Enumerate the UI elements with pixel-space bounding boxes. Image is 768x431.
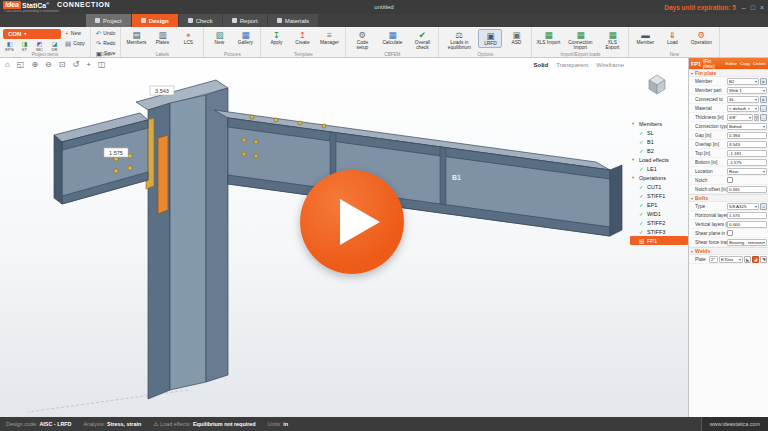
weld-size-input[interactable]: 2" [709,256,718,263]
undo-button[interactable]: ↶Undo [94,29,118,37]
delete-operation-button[interactable]: Delete [753,61,766,66]
mode-solid[interactable]: Solid [534,62,549,68]
tree-item-fp1-selected[interactable]: ▤FP1 [630,236,688,245]
stepper-down-icon[interactable]: ▾ [754,117,759,121]
connected-to-dropdown[interactable]: SL▾ [727,96,759,103]
zoom-fit-icon[interactable]: ⊡ [59,60,66,69]
overlap-input[interactable]: 3.543 [727,141,767,148]
tree-header-load-effects[interactable]: ▾Load effects [630,155,688,164]
3d-viewport[interactable]: ⌂ ◱ ⊕ ⊖ ⊡ ↺ + ◫ Solid Transparent Wirefr… [0,58,690,417]
mode-transparent[interactable]: Transparent [556,62,588,68]
section-bolts[interactable]: ▾Bolts [689,194,768,202]
thickness-combo[interactable]: 3/8"▾ [727,114,753,121]
tree-item-stiff3[interactable]: ✓STIFF3 [630,227,688,236]
close-icon[interactable]: × [760,4,764,11]
con-button[interactable]: CON▾ [3,29,61,39]
copy-project-item-button[interactable]: ▤Copy [63,39,87,47]
minimize-icon[interactable]: – [742,4,746,11]
tab-check[interactable]: Check [179,14,222,27]
connection-type-dropdown[interactable]: Bolted▾ [727,123,767,130]
mode-wireframe[interactable]: Wireframe [596,62,624,68]
dr-button[interactable]: ◪DR [48,41,61,52]
shear-force-transfer-dropdown[interactable]: Bearing - tension/shear interaction▾ [727,239,767,246]
member-dropdown[interactable]: B2▾ [727,78,759,85]
material-browse-button[interactable]: … [760,105,767,112]
lrfd-toggle[interactable]: ▣LRFD [478,29,502,48]
rotate-icon[interactable]: ↺ [73,60,80,69]
tree-header-operations[interactable]: ▾Operations [630,173,688,182]
thickness-stepper[interactable]: ▴▾ [754,114,759,121]
tab-materials[interactable]: Materials [268,14,318,27]
st-button[interactable]: ◨ST [18,41,31,52]
member-part-dropdown[interactable]: Web 1▾ [727,87,767,94]
horizontal-layers-input[interactable]: 1.575 [727,212,767,219]
home-icon[interactable]: ⌂ [5,60,10,69]
top-input[interactable]: -1.181 [727,150,767,157]
zoom-in-icon[interactable]: ⊕ [31,60,38,69]
tree-item-le1[interactable]: ✓LE1 [630,164,688,173]
redo-button[interactable]: ↷Redo [94,39,118,47]
tab-project[interactable]: Project [86,14,131,27]
tree-item-stiff1[interactable]: ✓STIFF1 [630,191,688,200]
tree-item-stiff2[interactable]: ✓STIFF2 [630,218,688,227]
editor-button[interactable]: Editor [726,61,737,66]
overall-check-button[interactable]: ✔Overall check [409,29,435,51]
eps-button[interactable]: ◧EPS [3,41,16,52]
new-project-item-button[interactable]: +New [63,29,87,37]
weld-double-fillet-icon[interactable]: ◢ [752,256,759,263]
new-picture-button[interactable]: ▧New [207,29,231,46]
vertical-layers-input[interactable]: 0.000 [727,221,767,228]
notch-checkbox[interactable] [727,177,733,183]
notch-offset-input[interactable]: 0.591 [727,186,767,193]
location-dropdown[interactable]: Rear▾ [727,168,767,175]
create-template-button[interactable]: ↥Create [290,29,314,46]
tab-report[interactable]: Report [223,14,267,27]
section-welds[interactable]: ▾Welds [689,247,768,255]
website-link[interactable]: www.ideastatica.com [701,417,768,431]
bolt-type-dropdown[interactable]: 5/8 A325▾ [727,203,759,210]
weld-butt-icon[interactable]: ◥ [760,256,767,263]
material-dropdown[interactable]: < default >▾ [727,105,759,112]
code-setup-button[interactable]: ⚙Code setup [349,29,375,51]
bolt-type-add-button[interactable]: + [760,203,767,210]
play-video-button[interactable] [300,170,404,274]
view-mode-icon[interactable]: ◫ [98,60,106,69]
xls-import-button[interactable]: ▦XLS Import [535,29,561,46]
view-cube-icon[interactable] [644,72,670,96]
tree-header-members[interactable]: ▾Members [630,119,688,128]
pan-icon[interactable]: + [86,60,91,69]
zoom-out-icon[interactable]: ⊖ [45,60,52,69]
tree-item-sl[interactable]: ✓SL [630,128,688,137]
connection-import-button[interactable]: ▦Connection Import [563,29,597,51]
goto-member-button[interactable]: ▸ [760,78,767,85]
calculate-button[interactable]: ▦Calculate [377,29,407,46]
section-fin-plate[interactable]: ▾Fin plate [689,69,768,77]
members-labels-button[interactable]: ▤Members [124,29,148,46]
bottom-input[interactable]: -1.575 [727,159,767,166]
xls-export-button[interactable]: ▦XLS Export [599,29,625,51]
template-manager-button[interactable]: ≡Manager [316,29,342,46]
apply-template-button[interactable]: ↧Apply [264,29,288,46]
electrode-dropdown[interactable]: E70xx▾ [719,256,743,263]
plates-labels-button[interactable]: ▥Plates [150,29,174,46]
tab-design[interactable]: Design [132,14,178,27]
tree-item-cut1[interactable]: ✓CUT1 [630,182,688,191]
thickness-browse-button[interactable]: … [760,114,767,121]
weld-fillet-icon[interactable]: ◣ [744,256,751,263]
new-operation-button[interactable]: ⚙Operation [686,29,716,46]
gap-input[interactable]: 0.394 [727,132,767,139]
lcs-button[interactable]: ⌖LCS [176,29,200,46]
asd-toggle[interactable]: ▣ASD [504,29,528,46]
gallery-button[interactable]: ▦Gallery [233,29,257,46]
maximize-icon[interactable]: □ [751,4,755,11]
copy-operation-button[interactable]: Copy [740,61,750,66]
tree-item-b2[interactable]: ✓B2 [630,146,688,155]
tree-item-b1[interactable]: ✓B1 [630,137,688,146]
goto-connected-member-button[interactable]: ▸ [760,96,767,103]
shear-plane-checkbox[interactable] [727,230,733,236]
new-load-button[interactable]: ⇓Load [660,29,684,46]
new-member-button[interactable]: ▬Member [632,29,658,46]
tree-item-ep1[interactable]: ✓EP1 [630,200,688,209]
tree-item-wid1[interactable]: ✓WID1 [630,209,688,218]
mc-button[interactable]: ◩MC [33,41,46,52]
